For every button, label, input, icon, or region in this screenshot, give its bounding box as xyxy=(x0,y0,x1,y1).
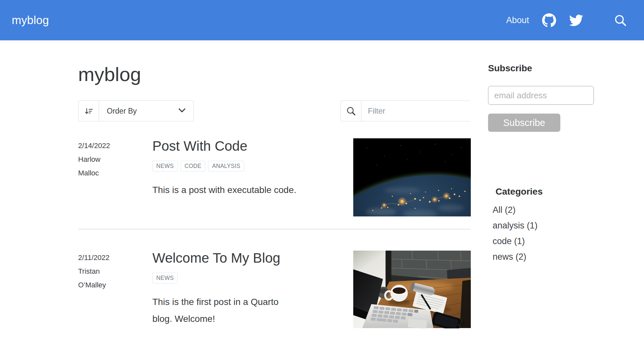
post-description: This is a post with executable code. xyxy=(152,182,345,199)
post-author: Harlow Malloc xyxy=(78,153,122,180)
category-analysis[interactable]: analysis (1) xyxy=(493,221,598,230)
nav-link-about[interactable]: About xyxy=(506,15,529,25)
post-title[interactable]: Post With Code xyxy=(152,138,345,154)
categories-heading: Categories xyxy=(496,186,598,197)
post-author: Tristan O’Malley xyxy=(78,265,122,292)
post-meta: 2/14/2022 Harlow Malloc xyxy=(78,138,152,180)
sort-descending-icon xyxy=(78,101,99,121)
post-item: 2/14/2022 Harlow Malloc Post With Code N… xyxy=(78,138,471,216)
order-by-current: Order By xyxy=(99,101,193,121)
post-meta: 2/11/2022 Tristan O’Malley xyxy=(78,250,152,292)
listing-main: myblog Order By xyxy=(78,63,471,328)
post-body: Welcome To My Blog NEWS This is the firs… xyxy=(152,250,353,327)
category-code[interactable]: code (1) xyxy=(493,237,598,246)
post-body: Post With Code NEWS CODE ANALYSIS This i… xyxy=(152,138,353,199)
tag-code[interactable]: CODE xyxy=(181,161,205,172)
chevron-down-icon xyxy=(177,105,187,117)
post-description: This is the first post in a Quarto blog.… xyxy=(152,294,345,327)
post-tags: NEWS xyxy=(152,273,345,283)
email-field[interactable] xyxy=(488,86,594,105)
category-all[interactable]: All (2) xyxy=(493,205,598,214)
post-tags: NEWS CODE ANALYSIS xyxy=(152,161,345,172)
post-date: 2/14/2022 xyxy=(78,139,152,153)
twitter-icon[interactable] xyxy=(569,13,583,27)
order-by-label: Order By xyxy=(107,107,137,116)
subscribe-heading: Subscribe xyxy=(488,63,598,74)
tag-news[interactable]: NEWS xyxy=(152,161,178,172)
order-by-dropdown[interactable]: Order By xyxy=(78,101,194,121)
navbar-brand[interactable]: myblog xyxy=(12,14,49,27)
search-icon[interactable] xyxy=(613,13,627,27)
tag-analysis[interactable]: ANALYSIS xyxy=(208,161,244,172)
post-divider xyxy=(78,229,471,229)
post-item: 2/11/2022 Tristan O’Malley Welcome To My… xyxy=(78,250,471,328)
filter-box xyxy=(341,101,471,121)
category-news[interactable]: news (2) xyxy=(493,252,598,261)
post-thumbnail-earth[interactable] xyxy=(353,138,471,216)
page-title: myblog xyxy=(78,63,471,86)
github-icon[interactable] xyxy=(542,13,556,27)
post-thumbnail-desk[interactable] xyxy=(353,250,471,328)
filter-input[interactable] xyxy=(361,101,475,121)
right-sidebar: Subscribe Subscribe Categories All (2) a… xyxy=(488,63,598,328)
search-icon xyxy=(341,101,361,121)
post-date: 2/11/2022 xyxy=(78,251,152,265)
subscribe-section: Subscribe Subscribe xyxy=(488,63,598,132)
categories-section: Categories All (2) analysis (1) code (1)… xyxy=(493,186,598,261)
subscribe-button[interactable]: Subscribe xyxy=(488,114,560,132)
listing-controls: Order By xyxy=(78,101,471,121)
page-content: myblog Order By xyxy=(0,40,644,328)
tag-news[interactable]: NEWS xyxy=(152,273,178,283)
post-title[interactable]: Welcome To My Blog xyxy=(152,250,345,266)
top-navbar: myblog About xyxy=(0,0,644,40)
navbar-right: About xyxy=(506,13,627,27)
